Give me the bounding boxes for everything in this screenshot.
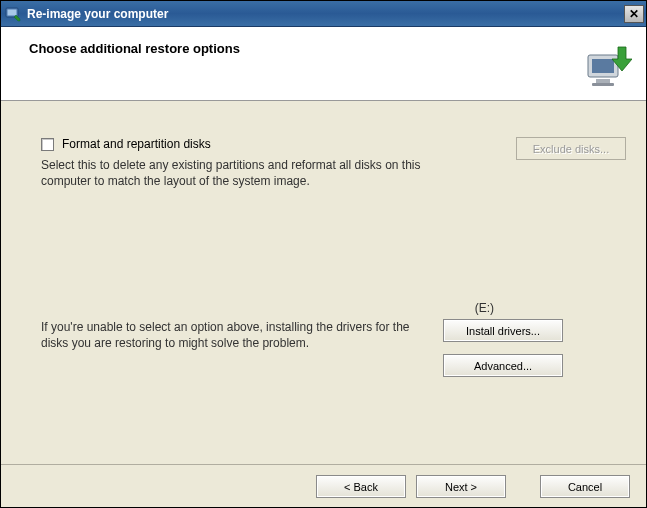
format-description: Select this to delete any existing parti…	[41, 157, 431, 189]
format-option-row: Format and repartition disks Select this…	[41, 137, 626, 189]
cancel-button[interactable]: Cancel	[540, 475, 630, 498]
exclude-disks-button: Exclude disks...	[516, 137, 626, 160]
svg-rect-1	[8, 9, 17, 15]
wizard-footer: < Back Next > Cancel	[1, 464, 646, 508]
drive-letter-label: (E:)	[475, 301, 494, 315]
close-icon: ✕	[629, 7, 639, 21]
svg-rect-3	[592, 59, 614, 73]
window-title: Re-image your computer	[27, 7, 618, 21]
app-icon	[5, 6, 21, 22]
format-checkbox[interactable]	[41, 138, 54, 151]
next-button[interactable]: Next >	[416, 475, 506, 498]
restore-icon	[582, 45, 632, 91]
drivers-description: If you're unable to select an option abo…	[41, 319, 431, 351]
format-checkbox-row[interactable]: Format and repartition disks	[41, 137, 504, 151]
svg-rect-5	[592, 83, 614, 86]
svg-rect-4	[596, 79, 610, 83]
advanced-button[interactable]: Advanced...	[443, 354, 563, 377]
format-checkbox-label: Format and repartition disks	[62, 137, 211, 151]
install-drivers-button[interactable]: Install drivers...	[443, 319, 563, 342]
page-title: Choose additional restore options	[29, 41, 240, 56]
titlebar: Re-image your computer ✕	[1, 1, 646, 27]
close-button[interactable]: ✕	[624, 5, 644, 23]
wizard-header: Choose additional restore options	[1, 27, 646, 101]
back-button[interactable]: < Back	[316, 475, 406, 498]
drivers-row: If you're unable to select an option abo…	[41, 319, 626, 377]
wizard-body: Format and repartition disks Select this…	[1, 101, 646, 464]
